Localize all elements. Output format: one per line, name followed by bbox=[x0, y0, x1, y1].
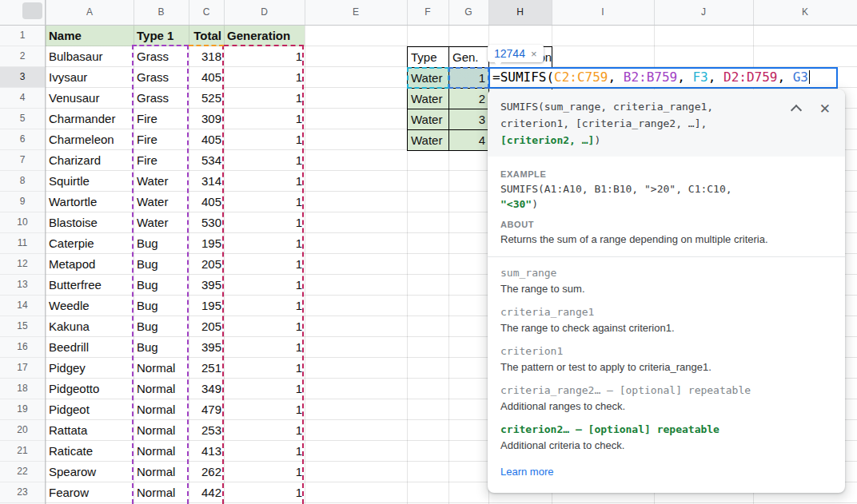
cell-D14[interactable]: 1 bbox=[224, 296, 305, 316]
row-header-22[interactable]: 22 bbox=[0, 462, 45, 482]
cell-B14[interactable]: Bug bbox=[134, 296, 189, 316]
cell-B11[interactable]: Bug bbox=[134, 233, 189, 254]
cell-C3[interactable]: 405 bbox=[189, 67, 224, 88]
row-header-15[interactable]: 15 bbox=[0, 316, 45, 337]
cell-B4[interactable]: Grass bbox=[134, 88, 189, 109]
row-header-7[interactable]: 7 bbox=[0, 150, 45, 171]
cell-G3[interactable]: 1 bbox=[449, 68, 489, 89]
row-header-12[interactable]: 12 bbox=[0, 254, 45, 275]
cell-F3[interactable]: Water bbox=[408, 68, 449, 89]
select-all-corner[interactable] bbox=[0, 0, 46, 26]
cell-C7[interactable]: 534 bbox=[189, 150, 224, 171]
cell-D2[interactable]: 1 bbox=[224, 46, 305, 67]
cell-D20[interactable]: 1 bbox=[224, 420, 305, 441]
cell-A19[interactable]: Pidgeot bbox=[46, 399, 134, 420]
row-header-18[interactable]: 18 bbox=[0, 379, 45, 399]
cell-D10[interactable]: 1 bbox=[224, 212, 305, 233]
cell-C13[interactable]: 395 bbox=[189, 275, 224, 296]
cell-C23[interactable]: 442 bbox=[189, 482, 224, 503]
cell-D12[interactable]: 1 bbox=[224, 254, 305, 275]
cell-B13[interactable]: Bug bbox=[134, 275, 189, 296]
cell-C18[interactable]: 349 bbox=[189, 379, 224, 399]
cell-B22[interactable]: Normal bbox=[134, 462, 189, 482]
cell-A16[interactable]: Beedrill bbox=[46, 337, 134, 358]
cell-B9[interactable]: Water bbox=[134, 192, 189, 212]
cell-A23[interactable]: Fearow bbox=[46, 482, 134, 503]
cell-D5[interactable]: 1 bbox=[224, 109, 305, 129]
cell-C4[interactable]: 525 bbox=[189, 88, 224, 109]
cell-B2[interactable]: Grass bbox=[134, 46, 189, 67]
cell-C10[interactable]: 530 bbox=[189, 212, 224, 233]
cell-D19[interactable]: 1 bbox=[224, 399, 305, 420]
row-header-6[interactable]: 6 bbox=[0, 129, 45, 150]
cell-B21[interactable]: Normal bbox=[134, 441, 189, 462]
column-header-F[interactable]: F bbox=[407, 0, 448, 25]
cell-C8[interactable]: 314 bbox=[189, 171, 224, 192]
cell-G5[interactable]: 3 bbox=[449, 109, 489, 130]
cell-B8[interactable]: Water bbox=[134, 171, 189, 192]
column-header-K[interactable]: K bbox=[753, 0, 857, 25]
row-header-19[interactable]: 19 bbox=[0, 399, 45, 420]
cell-C1[interactable]: Total bbox=[189, 26, 224, 46]
cell-B16[interactable]: Bug bbox=[134, 337, 189, 358]
cell-A1[interactable]: Name bbox=[46, 26, 134, 46]
cell-B23[interactable]: Normal bbox=[134, 482, 189, 503]
preview-close-icon[interactable]: × bbox=[531, 48, 537, 60]
cell-A20[interactable]: Rattata bbox=[46, 420, 134, 441]
cell-F6[interactable]: Water bbox=[408, 130, 449, 151]
cell-B19[interactable]: Normal bbox=[134, 399, 189, 420]
formula-editor-cell-h3[interactable]: =SUMIFS(C2:C759, B2:B759, F3, D2:D759, G… bbox=[488, 67, 838, 89]
cell-A6[interactable]: Charmeleon bbox=[46, 129, 134, 150]
row-header-20[interactable]: 20 bbox=[0, 420, 45, 441]
cell-G2[interactable]: Gen. bbox=[449, 47, 489, 68]
cell-B5[interactable]: Fire bbox=[134, 109, 189, 129]
row-header-23[interactable]: 23 bbox=[0, 482, 45, 503]
cell-D15[interactable]: 1 bbox=[224, 316, 305, 337]
row-header-2[interactable]: 2 bbox=[0, 46, 45, 67]
cell-B3[interactable]: Grass bbox=[134, 67, 189, 88]
cell-A12[interactable]: Metapod bbox=[46, 254, 134, 275]
cell-C9[interactable]: 405 bbox=[189, 192, 224, 212]
cell-D7[interactable]: 1 bbox=[224, 150, 305, 171]
cell-D4[interactable]: 1 bbox=[224, 88, 305, 109]
cell-A10[interactable]: Blastoise bbox=[46, 212, 134, 233]
column-header-H[interactable]: H bbox=[488, 0, 552, 25]
cell-D3[interactable]: 1 bbox=[224, 67, 305, 88]
cell-D21[interactable]: 1 bbox=[224, 441, 305, 462]
column-header-D[interactable]: D bbox=[224, 0, 305, 25]
cell-D23[interactable]: 1 bbox=[224, 482, 305, 503]
cell-C17[interactable]: 251 bbox=[189, 358, 224, 379]
cell-D18[interactable]: 1 bbox=[224, 379, 305, 399]
cell-B17[interactable]: Normal bbox=[134, 358, 189, 379]
cell-A13[interactable]: Butterfree bbox=[46, 275, 134, 296]
cell-C14[interactable]: 195 bbox=[189, 296, 224, 316]
column-header-B[interactable]: B bbox=[134, 0, 189, 25]
cell-A9[interactable]: Wartortle bbox=[46, 192, 134, 212]
cell-B18[interactable]: Normal bbox=[134, 379, 189, 399]
row-header-11[interactable]: 11 bbox=[0, 233, 45, 254]
cell-B12[interactable]: Bug bbox=[134, 254, 189, 275]
row-header-5[interactable]: 5 bbox=[0, 109, 45, 129]
row-header-1[interactable]: 1 bbox=[0, 26, 45, 46]
cell-C15[interactable]: 205 bbox=[189, 316, 224, 337]
cell-D11[interactable]: 1 bbox=[224, 233, 305, 254]
cell-C19[interactable]: 479 bbox=[189, 399, 224, 420]
cell-C2[interactable]: 318 bbox=[189, 46, 224, 67]
cell-D17[interactable]: 1 bbox=[224, 358, 305, 379]
collapse-chevron-icon[interactable] bbox=[791, 105, 802, 116]
cell-D9[interactable]: 1 bbox=[224, 192, 305, 212]
cell-D13[interactable]: 1 bbox=[224, 275, 305, 296]
column-header-E[interactable]: E bbox=[305, 0, 407, 25]
cell-D16[interactable]: 1 bbox=[224, 337, 305, 358]
cell-B20[interactable]: Normal bbox=[134, 420, 189, 441]
learn-more-link[interactable]: Learn more bbox=[500, 466, 553, 478]
cell-B6[interactable]: Fire bbox=[134, 129, 189, 150]
cell-B1[interactable]: Type 1 bbox=[134, 26, 189, 46]
cell-D6[interactable]: 1 bbox=[224, 129, 305, 150]
column-header-A[interactable]: A bbox=[46, 0, 134, 25]
cell-D8[interactable]: 1 bbox=[224, 171, 305, 192]
row-header-3[interactable]: 3 bbox=[0, 67, 45, 88]
cell-A14[interactable]: Weedle bbox=[46, 296, 134, 316]
cell-F2[interactable]: Type bbox=[408, 47, 449, 68]
cell-A17[interactable]: Pidgey bbox=[46, 358, 134, 379]
